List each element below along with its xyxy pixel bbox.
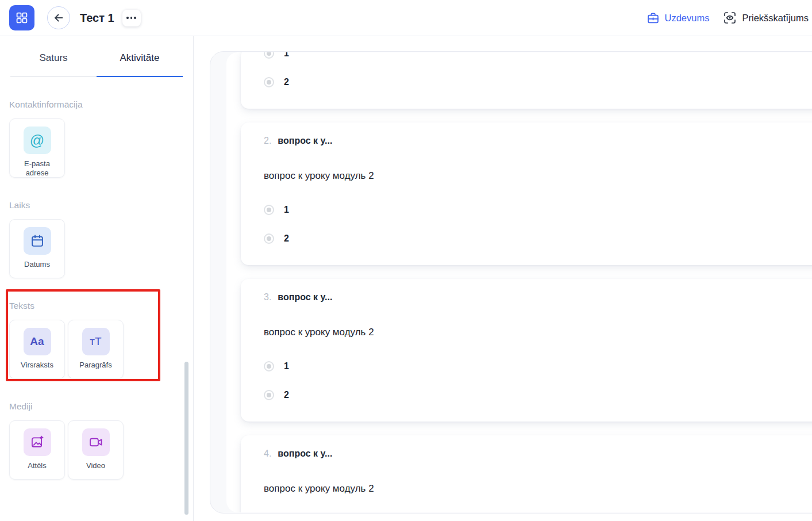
radio-icon: [264, 52, 274, 59]
eye-scan-icon: [723, 11, 737, 25]
heading-icon: Aa: [24, 328, 51, 355]
widget-sidebar: Saturs Aktivitāte Kontaktinformācija@E-p…: [0, 36, 194, 521]
answer-option[interactable]: 2: [264, 390, 812, 400]
radio-icon: [264, 77, 274, 87]
option-label: 1: [284, 205, 289, 215]
question-number: 4.: [264, 449, 271, 458]
form-inner-panel: 122.вопрос к у...вопрос к уроку модуль 2…: [226, 52, 812, 512]
widget-video[interactable]: Video: [68, 420, 124, 480]
sidebar-section: MedijiAttēlsVideo: [0, 401, 193, 480]
question-title: вопрос к у...: [278, 449, 332, 458]
sidebar-section: TekstsAaVirsrakstsтTParagrāfs: [0, 301, 193, 379]
option-label: 2: [284, 390, 289, 400]
answer-option[interactable]: 1: [264, 361, 812, 371]
ellipsis-icon: [126, 17, 129, 19]
question-card: 3.вопрос к у...вопрос к уроку модуль 212: [241, 279, 812, 422]
uzdevums-button[interactable]: Uzdevums: [646, 12, 710, 25]
widget-label: Virsraksts: [18, 361, 56, 370]
page-title: Тест 1: [80, 12, 114, 25]
calendar-icon: [24, 227, 51, 255]
widget-attels[interactable]: Attēls: [9, 420, 65, 480]
question-description: вопрос к уроку модуль 2: [264, 326, 812, 339]
answer-option[interactable]: 2: [264, 77, 812, 87]
answer-option[interactable]: 2: [264, 233, 812, 244]
back-button[interactable]: [47, 6, 70, 29]
radio-icon: [264, 390, 274, 400]
arrow-left-icon: [52, 12, 65, 24]
widget-label: Paragrāfs: [76, 361, 114, 370]
sidebar-section: LaiksDatums: [0, 200, 193, 278]
video-camera-icon: [82, 428, 110, 456]
widget-label: Attēls: [25, 461, 49, 470]
sidebar-scrollbar[interactable]: [184, 362, 188, 515]
question-number: 3.: [264, 292, 271, 302]
sidebar-section: Kontaktinformācija@E-pasta adrese: [0, 99, 193, 178]
section-title: Laiks: [9, 200, 184, 210]
question-title: вопрос к у...: [278, 292, 332, 302]
question-area: 122.вопрос к у...вопрос к уроку модуль 2…: [194, 36, 812, 521]
tab-saturs[interactable]: Saturs: [10, 52, 97, 77]
preview-label: Priekšskatījums: [742, 13, 809, 24]
option-label: 1: [284, 361, 289, 371]
widget-virsraksts[interactable]: AaVirsraksts: [9, 320, 65, 379]
option-label: 2: [284, 233, 289, 244]
image-plus-icon: [24, 428, 51, 456]
question-description: вопрос к уроку модуль 2: [264, 170, 812, 182]
form-outer-panel: 122.вопрос к у...вопрос к уроку модуль 2…: [210, 51, 812, 514]
answer-option[interactable]: 1: [264, 205, 812, 215]
question-card: 4.вопрос к у...вопрос к уроку модуль 2: [241, 435, 812, 512]
widget-label: E-pasta adrese: [10, 159, 64, 177]
briefcase-icon: [646, 12, 660, 25]
apps-grid-button[interactable]: [9, 5, 34, 30]
option-label: 2: [284, 77, 289, 87]
tab-aktivitate[interactable]: Aktivitāte: [97, 52, 183, 77]
widget-label: Video: [83, 461, 108, 470]
section-title: Kontaktinformācija: [9, 99, 184, 110]
uzdevums-label: Uzdevums: [665, 13, 710, 24]
question-number: 2.: [264, 136, 271, 145]
sidebar-tabs: Saturs Aktivitāte: [10, 52, 183, 77]
widget-epasta[interactable]: @E-pasta adrese: [9, 118, 65, 178]
more-button[interactable]: [122, 10, 141, 26]
question-card: 2.вопрос к у...вопрос к уроку модуль 212: [241, 122, 812, 265]
top-bar: Тест 1 Uzdevums Priekšskatījums: [0, 0, 812, 36]
radio-icon: [264, 361, 274, 371]
question-title: вопрос к у...: [278, 136, 332, 145]
radio-icon: [264, 233, 274, 244]
widget-datums[interactable]: Datums: [9, 219, 65, 278]
answer-option[interactable]: 1: [264, 52, 812, 59]
grid-icon: [15, 11, 29, 25]
section-title: Mediji: [9, 401, 184, 412]
question-card: 12: [241, 52, 812, 109]
question-description: вопрос к уроку модуль 2: [264, 482, 812, 495]
option-label: 1: [284, 52, 289, 59]
section-title: Teksts: [9, 301, 184, 311]
paragraph-icon: тT: [82, 328, 110, 355]
at-sign-icon: @: [24, 127, 51, 154]
widget-label: Datums: [21, 260, 53, 269]
radio-icon: [264, 205, 274, 215]
widget-paragrafs[interactable]: тTParagrāfs: [68, 320, 124, 379]
preview-button[interactable]: Priekšskatījums: [723, 11, 809, 25]
